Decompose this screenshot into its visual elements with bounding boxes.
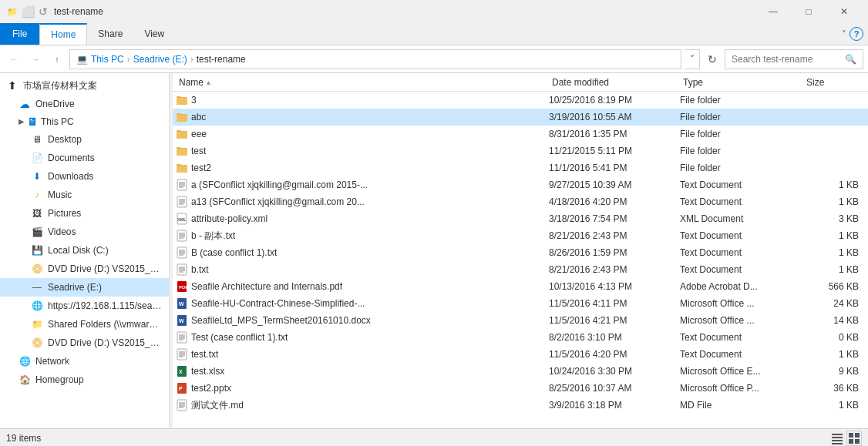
col-header-size[interactable]: Size — [803, 77, 865, 88]
ribbon: File Home Share View ˅ ? — [0, 23, 868, 45]
table-row[interactable]: XML attribute-policy.xml 3/18/2016 7:54 … — [173, 210, 868, 227]
table-row[interactable]: X test.xlsx 10/24/2016 3:30 PM Microsoft… — [173, 363, 868, 380]
sidebar-item-music[interactable]: ♪ Music — [0, 186, 169, 204]
window-icon-3: ↺ — [37, 5, 49, 18]
sidebar-item-this-pc[interactable]: ▶ 🖥 This PC — [0, 113, 169, 130]
address-part-2[interactable]: Seadrive (E:) — [133, 54, 187, 65]
maximize-button[interactable]: □ — [791, 0, 826, 23]
file-name-cell: B (case conflict 1).txt — [176, 246, 549, 259]
file-icon: W — [176, 297, 188, 310]
table-row[interactable]: B (case conflict 1).txt 8/26/2016 1:59 P… — [173, 244, 868, 261]
file-size: 3 KB — [803, 213, 865, 224]
sidebar-item-local-disk-c[interactable]: 💾 Local Disk (C:) — [0, 241, 169, 260]
main-layout: ⬆ 市场宣传材料文案 ☁ OneDrive ▶ 🖥 This PC 🖥 Desk… — [0, 73, 868, 428]
tab-view[interactable]: View — [133, 23, 175, 45]
sidebar-item-downloads[interactable]: ⬇ Downloads — [0, 167, 169, 186]
table-row[interactable]: a13 (SFConflict xjqkilling@gmail.com 20.… — [173, 193, 868, 210]
file-size: 1 KB — [803, 179, 865, 190]
file-date: 10/24/2016 3:30 PM — [549, 366, 680, 377]
file-type: File folder — [680, 95, 803, 106]
view-details-button[interactable] — [829, 431, 845, 446]
col-header-type[interactable]: Type — [680, 77, 803, 88]
table-row[interactable]: test.txt 11/5/2016 4:20 PM Text Document… — [173, 346, 868, 363]
view-large-icons-button[interactable] — [846, 431, 862, 446]
table-row[interactable]: W SeafileLtd_MPS_TermSheet20161010.docx … — [173, 312, 868, 329]
file-date: 8/2/2016 3:10 PM — [549, 332, 680, 343]
table-row[interactable]: 3 10/25/2016 8:19 PM File folder — [173, 92, 868, 109]
sidebar-item-videos[interactable]: 🎬 Videos — [0, 223, 169, 241]
file-size: 1 KB — [803, 247, 865, 258]
sidebar-item-documents[interactable]: 📄 Documents — [0, 149, 169, 167]
tab-home[interactable]: Home — [39, 23, 87, 45]
sidebar-item-dvd-d2[interactable]: 📀 DVD Drive (D:) VS2015_COM_E... — [0, 334, 169, 352]
file-name-cell: P test2.pptx — [176, 382, 549, 394]
file-size: 36 KB — [803, 383, 865, 394]
back-button[interactable]: ← — [5, 50, 23, 69]
table-row[interactable]: a (SFConflict xjqkilling@gmail.com 2015-… — [173, 176, 868, 193]
file-name-text: test2.pptx — [191, 383, 231, 394]
ribbon-tabs: File Home Share View ˅ ? — [0, 23, 868, 45]
sidebar-item-onedrive[interactable]: ☁ OneDrive — [0, 95, 169, 113]
sidebar-item-label-onedrive: OneDrive — [35, 99, 75, 109]
tab-share[interactable]: Share — [87, 23, 133, 45]
svg-rect-33 — [177, 332, 187, 343]
sidebar-item-network-url[interactable]: 🌐 https://192.168.1.115/seafdav... — [0, 297, 169, 315]
file-size: 14 KB — [803, 315, 865, 326]
tab-file[interactable]: File — [0, 23, 39, 45]
address-dropdown-button[interactable]: ˅ — [685, 49, 700, 69]
downloads-icon: ⬇ — [31, 170, 43, 183]
table-row[interactable]: test 11/21/2015 5:11 PM File folder — [173, 143, 868, 159]
sidebar-label-documents: Documents — [48, 153, 95, 163]
col-header-date[interactable]: Date modified — [549, 77, 680, 88]
sidebar-item-dvd-d[interactable]: 📀 DVD Drive (D:) VS2015_COM_... — [0, 260, 169, 278]
table-row[interactable]: eee 8/31/2016 1:35 PM File folder — [173, 126, 868, 143]
close-button[interactable]: ✕ — [826, 0, 862, 23]
table-row[interactable]: Test (case conflict 1).txt 8/2/2016 3:10… — [173, 329, 868, 346]
sidebar-item-homegroup[interactable]: 🏠 Homegroup — [0, 371, 169, 389]
file-type: XML Document — [680, 213, 803, 224]
table-row[interactable]: test2 11/1/2016 5:41 PM File folder — [173, 159, 868, 176]
file-name-cell: 测试文件.md — [176, 399, 549, 412]
onedrive-icon: ☁ — [19, 98, 31, 110]
sidebar-item-network[interactable]: 🌐 Network — [0, 352, 169, 371]
minimize-button[interactable]: — — [755, 0, 791, 23]
forward-button[interactable]: → — [26, 50, 45, 69]
refresh-button[interactable]: ↻ — [703, 50, 722, 69]
status-item-count: 19 items — [6, 433, 41, 444]
file-name-text: a13 (SFConflict xjqkilling@gmail.com 20.… — [191, 196, 365, 207]
sidebar-item-pictures[interactable]: 🖼 Pictures — [0, 204, 169, 223]
address-part-1[interactable]: This PC — [91, 54, 124, 65]
table-row[interactable]: 测试文件.md 3/9/2016 3:18 PM MD File 1 KB — [173, 397, 868, 414]
search-input[interactable] — [732, 54, 845, 65]
file-date: 11/1/2016 5:41 PM — [549, 163, 680, 173]
file-type: Text Document — [680, 349, 803, 360]
file-icon: P — [176, 382, 188, 394]
file-date: 9/27/2015 10:39 AM — [549, 179, 680, 190]
table-row[interactable]: b.txt 8/21/2016 2:43 PM Text Document 1 … — [173, 261, 868, 278]
ribbon-collapse-icon[interactable]: ˅ — [842, 29, 846, 39]
sidebar-item-seadrive-e[interactable]: — Seadrive (E:) — [0, 278, 169, 297]
col-header-name[interactable]: Name ▲ — [176, 77, 549, 88]
table-row[interactable]: W Seafile-HU-Contract-Chinese-Simplified… — [173, 295, 868, 312]
sidebar-quick-access-top[interactable]: ⬆ 市场宣传材料文案 — [0, 76, 169, 95]
sidebar-item-desktop[interactable]: 🖥 Desktop — [0, 130, 169, 149]
help-icon[interactable]: ? — [849, 27, 863, 41]
table-row[interactable]: b - 副本.txt 8/21/2016 2:43 PM Text Docume… — [173, 227, 868, 244]
table-row[interactable]: P test2.pptx 8/25/2016 10:37 AM Microsof… — [173, 380, 868, 397]
table-row[interactable]: abc 3/19/2016 10:55 AM File folder — [173, 109, 868, 126]
window-icon-2: ⬜ — [22, 5, 34, 18]
local-disk-c-icon: 💾 — [31, 244, 43, 257]
address-path[interactable]: 💻 This PC › Seadrive (E:) › test-rename — [69, 49, 681, 69]
svg-rect-53 — [832, 437, 843, 438]
file-icon — [176, 196, 188, 208]
file-type: File folder — [680, 129, 803, 139]
col-type-label: Type — [683, 77, 703, 88]
svg-text:P: P — [179, 386, 183, 391]
file-name-text: b.txt — [191, 264, 209, 275]
sidebar-item-shared-folders[interactable]: 📁 Shared Folders (\\vmware-ho... — [0, 315, 169, 334]
file-date: 8/26/2016 1:59 PM — [549, 247, 680, 258]
table-row[interactable]: PDF Seafile Architecture and Internals.p… — [173, 278, 868, 295]
file-icon — [176, 230, 188, 242]
file-icon — [176, 145, 188, 157]
up-button[interactable]: ↑ — [48, 50, 66, 69]
